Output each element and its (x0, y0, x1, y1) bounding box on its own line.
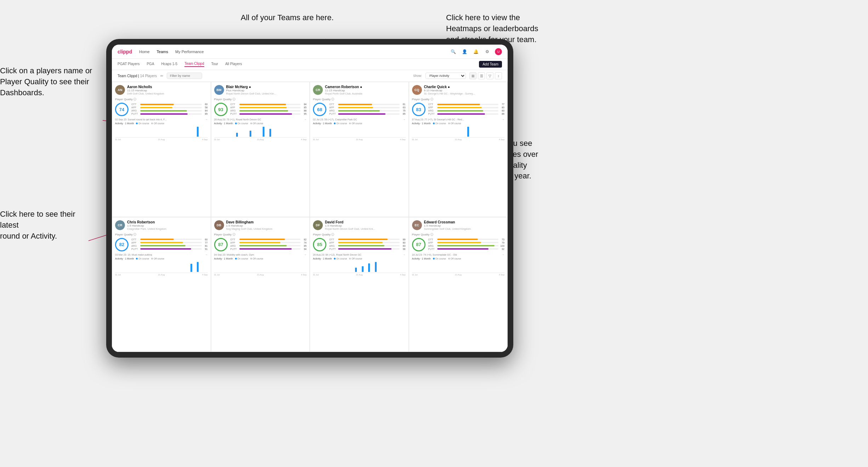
latest-round[interactable]: 07 Aug 23: 77 (+7), St George's Hill GC … (412, 118, 505, 121)
player-club: Craigmillar Park, United Kingdom (127, 227, 208, 230)
activity-section: Activity · 1 Month On course Off course (412, 122, 505, 141)
sub-nav: PGAT Players PGA Hcaps 1-5 Team Clippd T… (112, 59, 508, 70)
latest-round[interactable]: 02 Jul 23: 59 (+17), Craigmillar Park GC… (313, 118, 406, 121)
player-card[interactable]: DB Dave Billingham 1-5 Handicap Sog Magi… (211, 217, 310, 352)
player-card[interactable]: CQ Charlie Quick ● 6-10 Handicap St. Geo… (409, 82, 508, 217)
latest-round[interactable]: 02 Sep 23: Sunset round to get back into… (115, 118, 208, 121)
quality-score[interactable]: 74 (115, 103, 129, 116)
profile-icon[interactable]: 👤 (461, 48, 468, 55)
stat-row-arg: ARG 84 (131, 109, 208, 112)
player-name[interactable]: Dave Billingham (226, 220, 307, 224)
quality-label: Player Quality ⓘ (115, 233, 208, 237)
annotation-bottom-left: Click here to see their latestround or A… (0, 209, 96, 241)
player-avatar: EC (412, 220, 422, 230)
stat-row-putt: PUTT 94 (230, 248, 307, 250)
player-name[interactable]: Aaron Nicholls (127, 85, 208, 89)
nav-item-myperformance[interactable]: My Performance (175, 50, 204, 54)
quality-label: Player Quality ⓘ (115, 97, 208, 101)
player-count: 14 Players (140, 74, 157, 78)
player-name[interactable]: Charlie Quick ● (424, 85, 505, 89)
chart-labels: 31 Jul 21 Aug 4 Sep (115, 274, 208, 276)
player-card[interactable]: CR Chris Robertson 1-5 Handicap Craigmil… (112, 217, 211, 352)
quality-section: 87 OTT 82 APP 74 ARG (214, 238, 307, 251)
player-handicap: 1-5 Handicap (424, 224, 505, 227)
mini-chart (214, 261, 307, 273)
player-handicap: 11-15 Handicap (325, 89, 406, 92)
tab-all-players[interactable]: All Players (225, 62, 242, 67)
player-avatar: DB (214, 220, 224, 230)
chart-labels: 31 Jul 21 Aug 4 Sep (214, 274, 307, 276)
player-handicap: 1-5 Handicap (226, 224, 307, 227)
search-icon[interactable]: 🔍 (450, 48, 457, 55)
latest-round[interactable]: 03 Mar 23: 19, Must make putting → (115, 254, 208, 256)
player-name[interactable]: Chris Robertson (127, 220, 208, 224)
latest-round[interactable]: 26 Aug 23: 84 (+12), Royal North Devon G… (313, 254, 406, 256)
quality-section: 82 OTT 60 APP 77 ARG (115, 238, 208, 251)
mini-chart (115, 125, 208, 138)
quality-score[interactable]: 85 (313, 238, 326, 251)
stat-row-putt: PUTT 91 (131, 248, 208, 250)
player-avatar: CR (115, 220, 125, 230)
player-card-header: CR Chris Robertson 1-5 Handicap Craigmil… (115, 220, 208, 230)
stat-row-arg: ARG 85 (230, 245, 307, 247)
nav-bar: clippd Home Teams My Performance 🔍 👤 🔔 ⚙… (112, 45, 508, 59)
player-handicap: 1-5 Handicap (325, 224, 406, 227)
avatar-icon[interactable]: U (495, 48, 502, 55)
player-club: Royal North Devon Golf Club, United Kni.… (325, 227, 406, 230)
player-avatar: CQ (412, 85, 422, 95)
tab-team-clippd[interactable]: Team Clippd (184, 62, 204, 67)
quality-score[interactable]: 68 (313, 103, 326, 116)
player-card[interactable]: AN Aaron Nicholls 11-15 Handicap Drift G… (112, 82, 211, 217)
list-view-button[interactable]: ☰ (478, 72, 485, 79)
filter-button[interactable]: ▽ (486, 72, 493, 79)
player-name[interactable]: Edward Crossman (424, 220, 505, 224)
nav-item-teams[interactable]: Teams (157, 50, 168, 54)
latest-round[interactable]: 18 Jul 23: 74 (+4), Sunningdale GC - Old… (412, 254, 505, 256)
show-label: Show: (413, 74, 422, 78)
player-name[interactable]: Blair McHarg ● (226, 85, 307, 89)
show-select[interactable]: Player Activity Quality Score Trend (426, 73, 466, 79)
player-club: Royal North Devon Golf Club, United Kin.… (226, 92, 307, 95)
grid-view-button[interactable]: ⊞ (469, 72, 476, 79)
player-name[interactable]: Cameron Robertson ● (325, 85, 406, 89)
nav-item-home[interactable]: Home (139, 50, 149, 54)
quality-score[interactable]: 83 (412, 103, 426, 116)
add-team-button[interactable]: Add Team (479, 61, 502, 68)
stats-bars: OTT 82 APP 74 ARG 85 PU (230, 238, 307, 251)
tab-pgat-players[interactable]: PGAT Players (118, 62, 139, 67)
quality-score[interactable]: 87 (412, 238, 426, 251)
player-grid: AN Aaron Nicholls 11-15 Handicap Drift G… (112, 82, 508, 352)
quality-score[interactable]: 93 (214, 103, 228, 116)
tab-hcaps[interactable]: Hcaps 1-5 (161, 62, 178, 67)
tab-tour[interactable]: Tour (211, 62, 218, 67)
filter-input[interactable] (167, 73, 202, 79)
player-name[interactable]: David Ford (325, 220, 406, 224)
latest-round[interactable]: 04 Sep 23: Mobility with coach, Gym → (214, 254, 307, 256)
quality-label: Player Quality ⓘ (412, 97, 505, 101)
stats-bars: OTT 77 APP 80 ARG 83 PU (428, 103, 505, 116)
quality-score[interactable]: 82 (115, 238, 129, 251)
edit-icon[interactable]: ✏ (160, 74, 163, 78)
tab-pga[interactable]: PGA (147, 62, 154, 67)
activity-section: Activity · 1 Month On course Off course (412, 257, 505, 276)
quality-score[interactable]: 87 (214, 238, 228, 251)
settings-icon[interactable]: ⚙ (484, 48, 491, 55)
stats-bars: OTT 89 APP 80 ARG 83 PU (329, 238, 406, 251)
bell-icon[interactable]: 🔔 (472, 48, 479, 55)
stat-row-app: APP 77 (131, 241, 208, 244)
activity-section: Activity · 1 Month On course Off course (313, 257, 406, 276)
team-header: Team Clippd | 14 Players ✏ Show: Player … (112, 70, 508, 82)
quality-section: 83 OTT 77 APP 80 ARG (412, 103, 505, 116)
player-club: Sog Maging Golf Club, United Kingdom (226, 227, 307, 230)
chart-labels: 31 Jul 21 Aug 4 Sep (412, 274, 505, 276)
player-card[interactable]: BM Blair McHarg ● Plus Handicap Royal No… (211, 82, 310, 217)
stat-row-arg: ARG 75 (329, 109, 406, 112)
sort-button[interactable]: ↕ (495, 72, 502, 79)
player-card[interactable]: DF David Ford 1-5 Handicap Royal North D… (310, 217, 409, 352)
stat-row-arg: ARG 83 (428, 109, 505, 112)
stat-row-ott: OTT 77 (428, 103, 505, 106)
quality-section: 93 OTT 84 APP 85 ARG (214, 103, 307, 116)
player-card[interactable]: EC Edward Crossman 1-5 Handicap Sunningd… (409, 217, 508, 352)
latest-round[interactable]: 26 Aug 23: 73 (+1), Royal North Devon GC… (214, 118, 307, 121)
player-card[interactable]: CR Cameron Robertson ● 11-15 Handicap Ro… (310, 82, 409, 217)
